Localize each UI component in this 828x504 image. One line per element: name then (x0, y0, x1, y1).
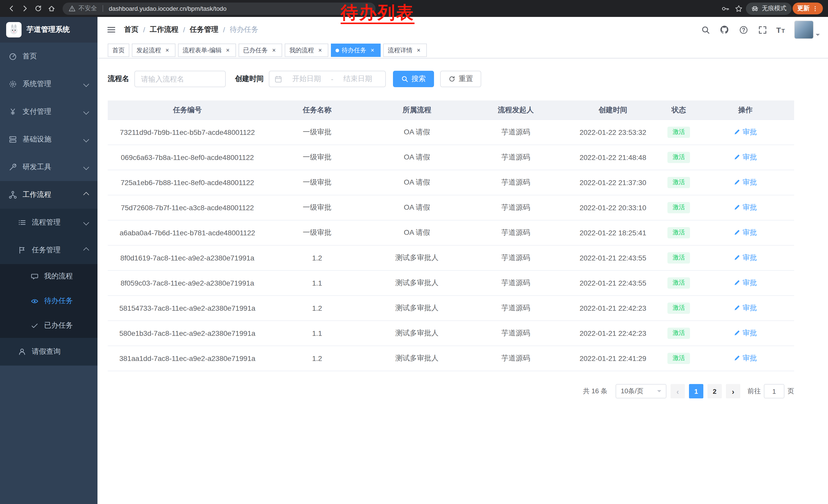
cell-initiator: 芋道源码 (467, 295, 565, 321)
cell-task-name: 一级审批 (267, 145, 367, 170)
approve-link[interactable]: 审批 (734, 278, 757, 288)
tab-home[interactable]: 首页 (108, 44, 129, 57)
sidebar-item-devtools[interactable]: 研发工具 (0, 153, 97, 181)
home-icon[interactable] (45, 2, 57, 15)
breadcrumb-workflow[interactable]: 工作流程 (150, 25, 178, 34)
sidebar-item-infra[interactable]: 基础设施 (0, 126, 97, 153)
check-icon (30, 321, 39, 330)
reset-button[interactable]: 重置 (440, 71, 481, 87)
tab-close-icon[interactable]: × (317, 47, 324, 54)
update-button[interactable]: 更新 (793, 3, 823, 14)
sidebar-item-system[interactable]: 系统管理 (0, 70, 97, 98)
next-page-button[interactable]: › (726, 384, 740, 398)
page-size-select[interactable]: 10条/页 (616, 384, 666, 398)
breadcrumb-home[interactable]: 首页 (124, 25, 138, 34)
start-date-input[interactable]: 开始日期 (284, 74, 329, 84)
sidebar-item-process-mgmt[interactable]: 流程管理 (0, 209, 97, 236)
page-unit-label: 页 (787, 386, 794, 396)
tab-close-icon[interactable]: × (415, 47, 422, 54)
tab-todo-task[interactable]: 待办任务× (331, 44, 381, 57)
cell-process: 测试多审批人 (367, 321, 467, 346)
back-icon[interactable] (5, 2, 17, 15)
goto-page-input[interactable] (764, 384, 784, 398)
page-button-1[interactable]: 1 (689, 384, 703, 398)
table-row: 069c6a63-7b8a-11ec-8ef0-acde48001122 一级审… (108, 145, 794, 170)
approve-link[interactable]: 审批 (734, 228, 757, 237)
breadcrumb-separator: / (223, 26, 225, 34)
github-icon[interactable] (719, 25, 730, 35)
collapse-sidebar-icon[interactable] (106, 24, 117, 35)
cell-process: 测试多审批人 (367, 270, 467, 295)
user-menu[interactable] (794, 20, 820, 39)
page-button-2[interactable]: 2 (707, 384, 722, 398)
fullscreen-icon[interactable] (757, 25, 768, 35)
cell-task-id: 381aa1dd-7ac8-11ec-a9e2-a2380e71991a (108, 346, 267, 371)
table-row: 725a1eb6-7b88-11ec-8ef0-acde48001122 一级审… (108, 170, 794, 195)
search-button[interactable]: 搜索 (393, 71, 434, 87)
sidebar-item-payment[interactable]: 支付管理 (0, 98, 97, 126)
sidebar-item-task-mgmt[interactable]: 任务管理 (0, 236, 97, 264)
font-size-icon[interactable]: TT (776, 26, 785, 34)
tab-close-icon[interactable]: × (369, 47, 376, 54)
forward-icon[interactable] (18, 2, 31, 15)
table-row: 8f059c03-7ac8-11ec-a9e2-a2380e71991a 1.1… (108, 270, 794, 295)
cell-action: 审批 (697, 295, 794, 321)
cell-initiator: 芋道源码 (467, 270, 565, 295)
process-name-label: 流程名 (108, 74, 129, 84)
tab-process-detail[interactable]: 流程详情× (383, 44, 427, 57)
approve-link[interactable]: 审批 (734, 304, 757, 313)
approve-link[interactable]: 审批 (734, 253, 757, 263)
sidebar-item-home[interactable]: 首页 (0, 43, 97, 70)
app-logo[interactable]: 芋道管理系统 (0, 17, 97, 43)
eye-icon (30, 296, 39, 306)
breadcrumb-task-mgmt[interactable]: 任务管理 (190, 25, 218, 34)
password-key-icon[interactable] (719, 2, 732, 15)
approve-link[interactable]: 审批 (734, 203, 757, 212)
reload-icon[interactable] (32, 2, 44, 15)
tab-done-task[interactable]: 已办任务× (239, 44, 282, 57)
prev-page-button[interactable]: ‹ (670, 384, 685, 398)
cell-process: OA 请假 (367, 195, 467, 220)
sidebar-item-my-process[interactable]: 我的流程 (0, 264, 97, 289)
address-bar[interactable]: 不安全 dashboard.yudao.iocoder.cn/bpm/task/… (63, 2, 376, 15)
tab-start-process[interactable]: 发起流程× (132, 44, 175, 57)
gear-icon (8, 80, 17, 89)
approve-link[interactable]: 审批 (734, 329, 757, 338)
date-range-picker[interactable]: 开始日期 - 结束日期 (269, 71, 386, 87)
approve-link[interactable]: 审批 (734, 153, 757, 162)
goto-label: 前往 (747, 386, 761, 396)
table-row: 381aa1dd-7ac8-11ec-a9e2-a2380e71991a 1.2… (108, 346, 794, 371)
approve-link[interactable]: 审批 (734, 128, 757, 137)
workflow-icon (8, 190, 17, 199)
create-time-label: 创建时间 (235, 74, 264, 84)
tab-close-icon[interactable]: × (224, 47, 232, 54)
avatar[interactable] (794, 20, 814, 39)
table-row: 75d72608-7b7f-11ec-a3c8-acde48001122 一级审… (108, 195, 794, 220)
sidebar-item-label: 研发工具 (23, 163, 51, 172)
status-badge: 激活 (667, 328, 690, 339)
bookmark-star-icon[interactable] (733, 2, 745, 15)
search-icon[interactable] (700, 25, 710, 35)
tab-form-edit[interactable]: 流程表单-编辑× (178, 44, 236, 57)
approve-link[interactable]: 审批 (734, 354, 757, 363)
chevron-down-icon (816, 34, 820, 38)
approve-link[interactable]: 审批 (734, 178, 757, 187)
sidebar-item-label: 支付管理 (23, 107, 51, 117)
cell-process: OA 请假 (367, 120, 467, 145)
cell-process: OA 请假 (367, 220, 467, 245)
list-icon (17, 218, 27, 227)
chevron-down-icon (83, 109, 89, 115)
sidebar-item-leave-query[interactable]: 请假查询 (0, 338, 97, 366)
browser-menu-icon[interactable] (812, 5, 818, 12)
process-name-input[interactable] (134, 71, 226, 87)
sidebar-item-done-task[interactable]: 已办任务 (0, 313, 97, 338)
end-date-input[interactable]: 结束日期 (335, 74, 380, 84)
tab-close-icon[interactable]: × (164, 47, 171, 54)
help-icon[interactable] (738, 25, 748, 35)
sidebar-item-workflow[interactable]: 工作流程 (0, 181, 97, 209)
tab-my-process[interactable]: 我的流程× (285, 44, 328, 57)
tab-close-icon[interactable]: × (271, 47, 278, 54)
approve-link-label: 审批 (743, 153, 757, 162)
cell-initiator: 芋道源码 (467, 195, 565, 220)
sidebar-item-todo-task[interactable]: 待办任务 (0, 289, 97, 313)
